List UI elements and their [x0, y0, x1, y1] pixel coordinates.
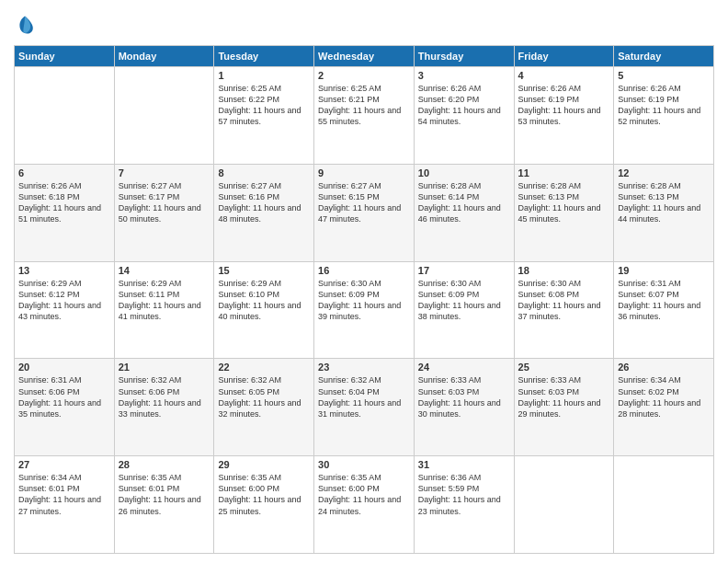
day-cell: 24Sunrise: 6:33 AM Sunset: 6:03 PM Dayli…	[414, 359, 514, 456]
day-number: 15	[218, 265, 310, 276]
day-info: Sunrise: 6:26 AM Sunset: 6:19 PM Dayligh…	[518, 83, 610, 128]
day-info: Sunrise: 6:26 AM Sunset: 6:19 PM Dayligh…	[618, 83, 710, 128]
day-number: 12	[618, 167, 710, 178]
page: SundayMondayTuesdayWednesdayThursdayFrid…	[0, 0, 728, 563]
day-number: 14	[119, 265, 210, 276]
day-number: 31	[418, 459, 510, 470]
day-cell: 12Sunrise: 6:28 AM Sunset: 6:13 PM Dayli…	[614, 164, 714, 261]
weekday-row: SundayMondayTuesdayWednesdayThursdayFrid…	[15, 46, 714, 67]
day-cell: 19Sunrise: 6:31 AM Sunset: 6:07 PM Dayli…	[614, 261, 714, 359]
day-cell: 11Sunrise: 6:28 AM Sunset: 6:13 PM Dayli…	[514, 164, 614, 261]
day-number: 13	[18, 265, 110, 276]
day-cell: 23Sunrise: 6:32 AM Sunset: 6:04 PM Dayli…	[314, 359, 415, 456]
day-info: Sunrise: 6:36 AM Sunset: 5:59 PM Dayligh…	[418, 472, 510, 517]
day-number: 9	[318, 167, 410, 178]
day-cell: 13Sunrise: 6:29 AM Sunset: 6:12 PM Dayli…	[15, 261, 115, 359]
day-cell: 14Sunrise: 6:29 AM Sunset: 6:11 PM Dayli…	[114, 261, 214, 359]
weekday-header-monday: Monday	[114, 46, 214, 67]
day-info: Sunrise: 6:25 AM Sunset: 6:21 PM Dayligh…	[318, 83, 410, 128]
day-info: Sunrise: 6:28 AM Sunset: 6:14 PM Dayligh…	[418, 180, 510, 225]
day-number: 23	[318, 362, 410, 373]
day-info: Sunrise: 6:25 AM Sunset: 6:22 PM Dayligh…	[218, 83, 310, 128]
week-row-1: 1Sunrise: 6:25 AM Sunset: 6:22 PM Daylig…	[15, 67, 714, 165]
day-info: Sunrise: 6:29 AM Sunset: 6:10 PM Dayligh…	[218, 278, 310, 323]
day-number: 5	[618, 70, 710, 81]
day-info: Sunrise: 6:32 AM Sunset: 6:06 PM Dayligh…	[119, 374, 210, 419]
day-number: 10	[418, 167, 510, 178]
day-number: 28	[119, 459, 210, 470]
logo	[14, 14, 40, 36]
day-info: Sunrise: 6:29 AM Sunset: 6:11 PM Dayligh…	[119, 278, 210, 323]
day-cell: 21Sunrise: 6:32 AM Sunset: 6:06 PM Dayli…	[114, 359, 214, 456]
day-number: 20	[18, 362, 110, 373]
day-number: 17	[418, 265, 510, 276]
day-info: Sunrise: 6:26 AM Sunset: 6:18 PM Dayligh…	[18, 180, 110, 225]
weekday-header-friday: Friday	[514, 46, 614, 67]
day-info: Sunrise: 6:30 AM Sunset: 6:09 PM Dayligh…	[318, 278, 410, 323]
calendar-body: 1Sunrise: 6:25 AM Sunset: 6:22 PM Daylig…	[15, 67, 714, 554]
day-info: Sunrise: 6:30 AM Sunset: 6:08 PM Dayligh…	[518, 278, 610, 323]
day-cell: 31Sunrise: 6:36 AM Sunset: 5:59 PM Dayli…	[414, 456, 514, 554]
day-number: 16	[318, 265, 410, 276]
day-number: 11	[518, 167, 610, 178]
day-number: 18	[518, 265, 610, 276]
day-number: 22	[218, 362, 310, 373]
week-row-4: 20Sunrise: 6:31 AM Sunset: 6:06 PM Dayli…	[15, 359, 714, 456]
day-info: Sunrise: 6:31 AM Sunset: 6:06 PM Dayligh…	[18, 374, 110, 419]
day-cell: 28Sunrise: 6:35 AM Sunset: 6:01 PM Dayli…	[114, 456, 214, 554]
day-info: Sunrise: 6:27 AM Sunset: 6:15 PM Dayligh…	[318, 180, 410, 225]
logo-icon	[14, 14, 36, 36]
day-cell: 1Sunrise: 6:25 AM Sunset: 6:22 PM Daylig…	[214, 67, 314, 165]
day-number: 4	[518, 70, 610, 81]
day-info: Sunrise: 6:30 AM Sunset: 6:09 PM Dayligh…	[418, 278, 510, 323]
day-cell	[114, 67, 214, 165]
day-cell: 5Sunrise: 6:26 AM Sunset: 6:19 PM Daylig…	[614, 67, 714, 165]
day-info: Sunrise: 6:33 AM Sunset: 6:03 PM Dayligh…	[418, 374, 510, 419]
day-cell: 29Sunrise: 6:35 AM Sunset: 6:00 PM Dayli…	[214, 456, 314, 554]
day-cell: 2Sunrise: 6:25 AM Sunset: 6:21 PM Daylig…	[314, 67, 415, 165]
day-info: Sunrise: 6:35 AM Sunset: 6:00 PM Dayligh…	[218, 472, 310, 517]
day-number: 6	[18, 167, 110, 178]
day-number: 1	[218, 70, 310, 81]
day-number: 21	[119, 362, 210, 373]
day-number: 29	[218, 459, 310, 470]
calendar-header: SundayMondayTuesdayWednesdayThursdayFrid…	[15, 46, 714, 67]
day-cell	[15, 67, 115, 165]
day-info: Sunrise: 6:33 AM Sunset: 6:03 PM Dayligh…	[518, 374, 610, 419]
day-info: Sunrise: 6:31 AM Sunset: 6:07 PM Dayligh…	[618, 278, 710, 323]
weekday-header-thursday: Thursday	[414, 46, 514, 67]
weekday-header-saturday: Saturday	[614, 46, 714, 67]
day-cell: 9Sunrise: 6:27 AM Sunset: 6:15 PM Daylig…	[314, 164, 415, 261]
day-info: Sunrise: 6:32 AM Sunset: 6:05 PM Dayligh…	[218, 374, 310, 419]
day-cell: 30Sunrise: 6:35 AM Sunset: 6:00 PM Dayli…	[314, 456, 415, 554]
day-cell: 8Sunrise: 6:27 AM Sunset: 6:16 PM Daylig…	[214, 164, 314, 261]
day-cell: 27Sunrise: 6:34 AM Sunset: 6:01 PM Dayli…	[15, 456, 115, 554]
day-cell: 25Sunrise: 6:33 AM Sunset: 6:03 PM Dayli…	[514, 359, 614, 456]
calendar-table: SundayMondayTuesdayWednesdayThursdayFrid…	[14, 45, 714, 554]
weekday-header-tuesday: Tuesday	[214, 46, 314, 67]
day-info: Sunrise: 6:28 AM Sunset: 6:13 PM Dayligh…	[518, 180, 610, 225]
day-info: Sunrise: 6:27 AM Sunset: 6:17 PM Dayligh…	[119, 180, 210, 225]
day-info: Sunrise: 6:27 AM Sunset: 6:16 PM Dayligh…	[218, 180, 310, 225]
day-cell	[514, 456, 614, 554]
day-cell: 15Sunrise: 6:29 AM Sunset: 6:10 PM Dayli…	[214, 261, 314, 359]
day-number: 8	[218, 167, 310, 178]
day-info: Sunrise: 6:26 AM Sunset: 6:20 PM Dayligh…	[418, 83, 510, 128]
day-number: 27	[18, 459, 110, 470]
day-cell: 26Sunrise: 6:34 AM Sunset: 6:02 PM Dayli…	[614, 359, 714, 456]
day-cell: 18Sunrise: 6:30 AM Sunset: 6:08 PM Dayli…	[514, 261, 614, 359]
day-info: Sunrise: 6:34 AM Sunset: 6:02 PM Dayligh…	[618, 374, 710, 419]
day-number: 25	[518, 362, 610, 373]
day-cell: 7Sunrise: 6:27 AM Sunset: 6:17 PM Daylig…	[114, 164, 214, 261]
day-number: 24	[418, 362, 510, 373]
day-number: 2	[318, 70, 410, 81]
day-cell: 10Sunrise: 6:28 AM Sunset: 6:14 PM Dayli…	[414, 164, 514, 261]
day-info: Sunrise: 6:35 AM Sunset: 6:00 PM Dayligh…	[318, 472, 410, 517]
day-info: Sunrise: 6:34 AM Sunset: 6:01 PM Dayligh…	[18, 472, 110, 517]
weekday-header-sunday: Sunday	[15, 46, 115, 67]
week-row-5: 27Sunrise: 6:34 AM Sunset: 6:01 PM Dayli…	[15, 456, 714, 554]
day-number: 7	[119, 167, 210, 178]
day-number: 30	[318, 459, 410, 470]
day-cell: 6Sunrise: 6:26 AM Sunset: 6:18 PM Daylig…	[15, 164, 115, 261]
week-row-3: 13Sunrise: 6:29 AM Sunset: 6:12 PM Dayli…	[15, 261, 714, 359]
